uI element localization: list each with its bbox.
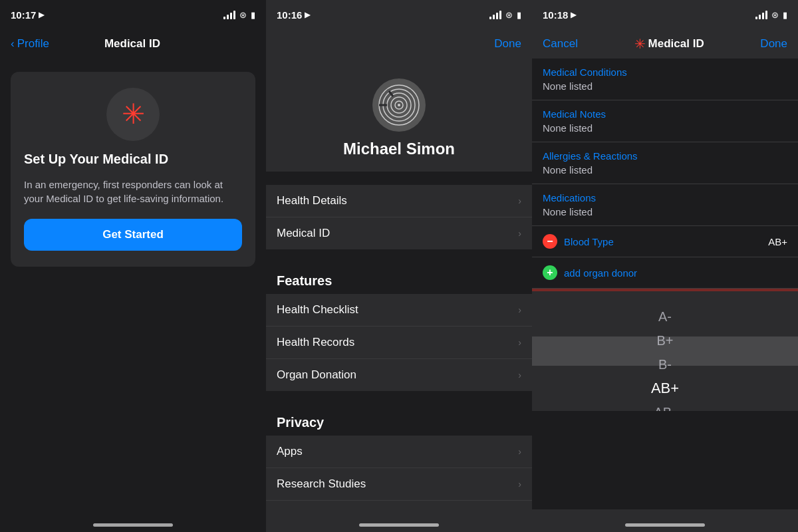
back-label-1: Profile [17, 37, 49, 51]
nav-bar-3: Cancel ✳ Medical ID Done [532, 29, 798, 59]
location-icon-2: ▶ [305, 11, 310, 19]
organ-donation-label: Organ Donation [277, 368, 356, 382]
done-button-2[interactable]: Done [494, 37, 521, 51]
medical-notes-section: Medical Notes None listed [532, 100, 798, 142]
home-bar-1 [93, 523, 173, 527]
card-description: In an emergency, first responders can lo… [24, 178, 242, 205]
health-checklist-label: Health Checklist [277, 303, 358, 317]
list-item-apps[interactable]: Apps › [266, 436, 532, 468]
svg-point-5 [398, 104, 400, 106]
profile-header: Michael Simon [266, 59, 532, 172]
get-started-button[interactable]: Get Started [24, 219, 242, 251]
chevron-back-icon-1: ‹ [11, 37, 15, 51]
home-indicator-1 [0, 509, 266, 532]
status-bar-1: 10:17 ▶ ⊛ ▮ [0, 0, 266, 29]
picker-item-b-minus[interactable]: B- [532, 352, 798, 376]
plus-icon [543, 265, 557, 280]
privacy-title: Privacy [266, 404, 532, 436]
bar4 [499, 11, 501, 19]
gap-2 [266, 249, 532, 263]
picker-item-a-minus[interactable]: A- [532, 305, 798, 329]
status-time-3: 10:18 ▶ [543, 9, 576, 21]
organ-donor-label: add organ donor [564, 267, 637, 279]
medications-value: None listed [543, 206, 787, 217]
chevron-icon-3: › [518, 305, 521, 315]
time-2: 10:16 [277, 9, 302, 21]
done-button-3[interactable]: Done [760, 37, 787, 51]
card-title: Set Up Your Medical ID [24, 152, 242, 167]
nav-title-1: Medical ID [104, 37, 160, 51]
status-bar-3: 10:18 ▶ ⊛ ▮ [532, 0, 798, 29]
health-details-label: Health Details [277, 194, 347, 207]
blood-type-label: Blood Type [564, 236, 761, 247]
home-bar-2 [359, 523, 439, 527]
features-list: Health Checklist › Health Records › Orga… [266, 294, 532, 391]
bar2 [759, 15, 761, 19]
blood-type-picker[interactable]: A- B+ B- AB+ AB- O+ O- [532, 291, 798, 411]
list-item-research-studies[interactable]: Research Studies › [266, 468, 532, 501]
signal-1 [223, 11, 235, 19]
medical-id-label: Medical ID [277, 227, 330, 240]
nav-title-3: Medical ID [648, 37, 704, 51]
status-icons-2: ⊛ ▮ [489, 10, 521, 20]
status-time-2: 10:16 ▶ [277, 9, 310, 21]
chevron-icon-7: › [518, 479, 521, 489]
medical-asterisk-icon: ✳ [122, 100, 145, 128]
signal-3 [755, 11, 767, 19]
medical-conditions-label: Medical Conditions [543, 66, 787, 78]
nav-back-1[interactable]: ‹ Profile [11, 37, 49, 51]
list-item-health-checklist[interactable]: Health Checklist › [266, 294, 532, 327]
medical-icon-circle: ✳ [106, 88, 160, 141]
list-item-health-records[interactable]: Health Records › [266, 327, 532, 359]
chevron-icon-5: › [518, 370, 521, 380]
medical-conditions-value: None listed [543, 80, 787, 92]
medical-conditions-section: Medical Conditions None listed [532, 59, 798, 100]
list-item-medical-id[interactable]: Medical ID › [266, 217, 532, 249]
battery-icon-1: ▮ [251, 10, 255, 20]
panel-3: 10:18 ▶ ⊛ ▮ Cancel ✳ Medical ID Done Med… [532, 0, 798, 532]
battery-icon-2: ▮ [517, 10, 521, 20]
picker-item-ab-minus[interactable]: AB- [532, 400, 798, 411]
organ-donor-row[interactable]: add organ donor [532, 257, 798, 289]
medications-label: Medications [543, 192, 787, 203]
panel3-content: Medical Conditions None listed Medical N… [532, 59, 798, 509]
bar4 [765, 11, 767, 19]
wifi-icon-3: ⊛ [771, 10, 779, 20]
gap-3 [266, 391, 532, 404]
medical-id-card: ✳ Set Up Your Medical ID In an emergency… [11, 72, 255, 267]
home-indicator-3 [532, 509, 798, 532]
picker-item-b-plus[interactable]: B+ [532, 329, 798, 352]
profile-name: Michael Simon [343, 140, 455, 158]
bar3 [762, 13, 764, 19]
nav-title-center-3: ✳ Medical ID [634, 36, 704, 52]
cancel-button-3[interactable]: Cancel [543, 37, 578, 51]
list-item-devices[interactable]: Devices › [266, 501, 532, 509]
blood-type-value: AB+ [768, 236, 787, 247]
blood-type-row[interactable]: Blood Type AB+ [532, 226, 798, 257]
home-bar-3 [625, 523, 705, 527]
bar3 [230, 13, 232, 19]
bar3 [496, 13, 498, 19]
health-records-label: Health Records [277, 336, 354, 349]
signal-2 [489, 11, 501, 19]
location-icon-1: ▶ [39, 11, 44, 19]
list-item-organ-donation[interactable]: Organ Donation › [266, 359, 532, 391]
status-bar-2: 10:16 ▶ ⊛ ▮ [266, 0, 532, 29]
chevron-icon-2: › [518, 228, 521, 239]
list-item-health-details[interactable]: Health Details › [266, 185, 532, 217]
chevron-icon-1: › [518, 196, 521, 206]
bar1 [755, 17, 757, 19]
panel2-content: Michael Simon Health Details › Medical I… [266, 59, 532, 509]
medical-notes-value: None listed [543, 122, 787, 134]
status-icons-1: ⊛ ▮ [223, 10, 255, 20]
status-icons-3: ⊛ ▮ [755, 10, 787, 20]
medications-section: Medications None listed [532, 184, 798, 226]
time-3: 10:18 [543, 9, 568, 21]
time-1: 10:17 [11, 9, 36, 21]
wifi-icon-2: ⊛ [505, 10, 513, 20]
privacy-list: Apps › Research Studies › Devices › [266, 436, 532, 509]
fingerprint-icon [376, 82, 422, 128]
picker-item-ab-plus[interactable]: AB+ [532, 376, 798, 400]
nav-bar-1: ‹ Profile Medical ID [0, 29, 266, 59]
bar1 [489, 17, 491, 19]
